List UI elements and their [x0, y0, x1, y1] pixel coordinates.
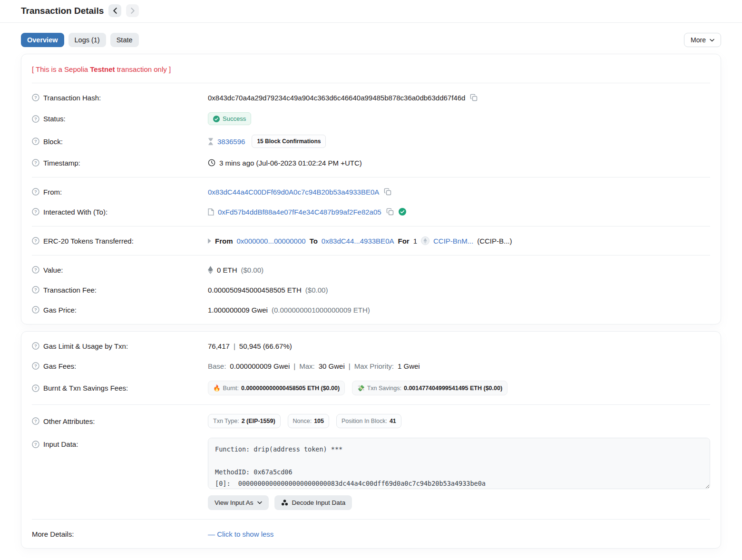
help-icon[interactable]: ?: [32, 441, 39, 448]
copy-to-address-button[interactable]: [385, 208, 395, 216]
gas-limit: 76,417: [208, 342, 230, 350]
caret-right-icon: [208, 238, 211, 244]
token-icon: [421, 236, 430, 245]
max-fee-label: Max:: [299, 362, 315, 370]
svg-text:?: ?: [34, 189, 37, 194]
transaction-fee-value: 0.000050945000458505 ETH ($0.00): [208, 286, 710, 294]
testnet-notice-bold: Testnet: [90, 65, 115, 73]
status-label: ? Status:: [32, 115, 208, 123]
nonce-value: 105: [314, 418, 324, 424]
token-name-link[interactable]: CCIP-BnM...: [433, 237, 473, 245]
help-icon[interactable]: ?: [32, 115, 39, 123]
help-icon[interactable]: ?: [32, 94, 39, 101]
eth-value-usd: ($0.00): [241, 266, 264, 274]
row-label-text: Input Data:: [43, 440, 78, 448]
max-priority-label: Max Priority:: [354, 362, 394, 370]
copy-icon: [470, 94, 478, 101]
transaction-hash: 0x843dc70a4a29d79234c49a904c363d6c46640a…: [208, 94, 465, 102]
copy-from-address-button[interactable]: [383, 188, 392, 196]
row-label-text: ERC-20 Tokens Transferred:: [43, 237, 134, 245]
decode-input-data-button[interactable]: Decode Input Data: [274, 495, 352, 510]
transfer-from-word: From: [215, 237, 233, 245]
help-icon[interactable]: ?: [32, 237, 39, 245]
page-header: Transaction Details: [0, 0, 742, 23]
view-input-as-button[interactable]: View Input As: [208, 495, 269, 510]
separator: |: [349, 362, 351, 370]
transfer-from-address-link[interactable]: 0x000000...00000000: [237, 237, 306, 245]
help-icon[interactable]: ?: [32, 417, 39, 425]
help-icon[interactable]: ?: [32, 188, 39, 196]
decode-input-data-label: Decode Input Data: [292, 499, 346, 506]
timestamp-value: 3 mins ago (Jul-06-2023 01:02:24 PM +UTC…: [208, 159, 710, 167]
to-address-link[interactable]: 0xFd57b4ddBf88a4e07fF4e34C487b99af2Fe82a…: [218, 208, 381, 216]
help-icon[interactable]: ?: [32, 138, 39, 145]
from-row: ? From: 0x83dC44a4C00DFf69d0A0c7c94B20b5…: [32, 182, 710, 202]
chevron-down-icon: [710, 39, 714, 42]
svg-text:?: ?: [34, 138, 37, 144]
overview-card: [ This is a Sepolia Testnet transaction …: [21, 54, 721, 324]
block-number-link[interactable]: 3836596: [217, 138, 245, 146]
next-transaction-button[interactable]: [126, 4, 139, 17]
help-icon[interactable]: ?: [32, 384, 39, 392]
token-symbol: (CCIP-B...): [477, 237, 512, 245]
svg-text:?: ?: [34, 116, 37, 121]
transfer-amount: 1: [413, 237, 417, 245]
input-data-textarea[interactable]: Function: drip(address token) *** Method…: [208, 438, 710, 489]
block-row: ? Block: 3836596 15 Block Confirmations: [32, 130, 710, 153]
divider: [32, 83, 710, 83]
chevron-left-icon: [113, 8, 117, 14]
burnt-label-text: Burnt:: [223, 385, 239, 392]
separator: |: [293, 362, 295, 370]
svg-text:?: ?: [34, 238, 37, 243]
row-label-text: Transaction Fee:: [43, 286, 97, 294]
input-data-actions: View Input As Decode Input Data: [208, 495, 710, 510]
tab-logs[interactable]: Logs (1): [68, 33, 106, 47]
tab-state[interactable]: State: [110, 33, 139, 47]
tab-overview[interactable]: Overview: [21, 33, 64, 47]
help-icon[interactable]: ?: [32, 286, 39, 294]
more-dropdown-button[interactable]: More: [684, 33, 721, 47]
savings-value-text: 0.001477404999541495 ETH ($0.00): [404, 385, 502, 392]
help-icon[interactable]: ?: [32, 342, 39, 350]
row-label-text: Burnt & Txn Savings Fees:: [43, 384, 128, 392]
value-row: ? Value: 0 ETH ($0.00): [32, 260, 710, 280]
gas-limit-label: ? Gas Limit & Usage by Txn:: [32, 342, 208, 350]
toggle-details-link[interactable]: — Click to show less: [208, 530, 273, 538]
gas-price-eth: (0.000000001000000009 ETH): [272, 306, 370, 314]
prev-transaction-button[interactable]: [108, 4, 121, 17]
help-icon[interactable]: ?: [32, 306, 39, 314]
timestamp-text: 3 mins ago (Jul-06-2023 01:02:24 PM +UTC…: [219, 159, 362, 167]
value-value: 0 ETH ($0.00): [208, 266, 710, 274]
check-circle-icon: [213, 116, 220, 122]
max-fee: 30 Gwei: [319, 362, 345, 370]
transaction-fee-label: ? Transaction Fee:: [32, 286, 208, 294]
transaction-hash-value: 0x843dc70a4a29d79234c49a904c363d6c46640a…: [208, 94, 710, 102]
row-label-text: Gas Fees:: [43, 362, 76, 370]
clock-icon: [208, 159, 215, 167]
help-icon[interactable]: ?: [32, 266, 39, 274]
help-icon[interactable]: ?: [32, 362, 39, 370]
from-value: 0x83dC44a4C00DFf69d0A0c7c94B20b53a4933BE…: [208, 188, 710, 196]
input-data-value: Function: drip(address token) *** Method…: [208, 438, 710, 510]
row-label-text: Other Attributes:: [43, 417, 95, 425]
from-address-link[interactable]: 0x83dC44a4C00DFf69d0A0c7c94B20b53a4933BE…: [208, 188, 379, 196]
interacted-with-label: ? Interacted With (To):: [32, 208, 208, 216]
block-value: 3836596 15 Block Confirmations: [208, 135, 710, 148]
verified-check-icon: [399, 208, 406, 216]
help-icon[interactable]: ?: [32, 208, 39, 216]
copy-hash-button[interactable]: [469, 94, 478, 101]
burnt-fee-badge: 🔥 Burnt: 0.000000000000458505 ETH ($0.00…: [208, 381, 345, 395]
transfer-to-address-link[interactable]: 0x83dC44...4933BE0A: [322, 237, 394, 245]
help-icon[interactable]: ?: [32, 159, 39, 167]
txn-type-badge: Txn Type: 2 (EIP-1559): [208, 414, 281, 428]
tab-list: Overview Logs (1) State: [21, 33, 139, 47]
timestamp-row: ? Timestamp: 3 mins ago (Jul-06-2023 01:…: [32, 153, 710, 173]
svg-text:?: ?: [34, 267, 37, 272]
row-label-text: Gas Price:: [43, 306, 77, 314]
testnet-notice-text: [ This is a Sepolia: [32, 65, 90, 73]
base-fee-label: Base:: [208, 362, 226, 370]
from-label: ? From:: [32, 188, 208, 196]
base-fee: 0.000000009 Gwei: [230, 362, 290, 370]
txn-savings-badge: 💸 Txn Savings: 0.001477404999541495 ETH …: [352, 381, 508, 395]
txn-type-label-text: Txn Type:: [213, 418, 239, 424]
